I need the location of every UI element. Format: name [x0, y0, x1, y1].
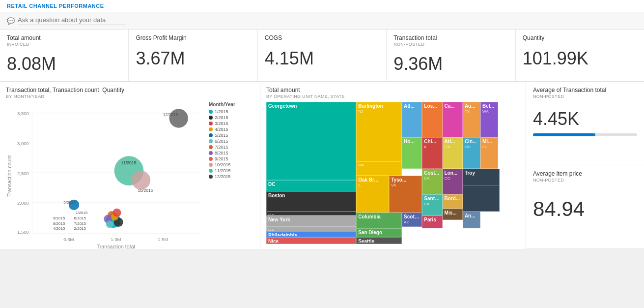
- svg-text:1.5M: 1.5M: [158, 237, 168, 242]
- legend-label-3: 4/2015: [215, 127, 228, 132]
- treemap-cell-9: San Diego: [356, 228, 402, 237]
- kpi-value-0: 8.08M: [7, 54, 121, 74]
- treemap-label-17: Bel...: [482, 103, 496, 109]
- treemap-label-9: San Diego: [358, 230, 400, 235]
- treemap-sublabel-23: IL: [358, 183, 387, 188]
- main-row: Transaction total, Transaction count, Qu…: [0, 82, 644, 249]
- treemap-cell-3: MA: [266, 212, 356, 216]
- legend-label-11: 12/2015: [215, 174, 231, 179]
- kpi-card-2: COGS 4.15M: [258, 30, 387, 81]
- treemap-label-31: An...: [465, 213, 478, 219]
- legend-dot-3: [209, 127, 213, 131]
- avg-transaction-card: Average of Transaction total NON-POSTED …: [526, 82, 644, 165]
- svg-text:7/2015: 7/2015: [74, 221, 86, 226]
- treemap-sublabel-20: GA: [445, 145, 461, 150]
- legend-dot-8: [209, 157, 213, 161]
- kpi-title-3: Transaction total: [393, 34, 508, 41]
- treemap-panel: Total amount BY OPERATING UNIT NAME, STA…: [260, 82, 526, 249]
- legend-item-4: 5/2015: [209, 133, 254, 138]
- page-title: RETAIL CHANNEL PERFORMANCE: [7, 3, 104, 9]
- avg-item-price-value: 84.94: [533, 197, 637, 221]
- kpi-card-1: Gross Profit Margin 3.67M: [129, 30, 257, 81]
- scatter-subtitle: BY MONTH/YEAR: [6, 94, 254, 99]
- treemap-label-16: Au...: [465, 103, 478, 109]
- treemap-cell-24: Tyso...VA: [389, 176, 422, 213]
- svg-text:1/2015: 1/2015: [76, 211, 88, 216]
- svg-point-16: [169, 109, 188, 127]
- legend-dot-10: [209, 169, 213, 173]
- qa-input[interactable]: [18, 16, 126, 25]
- treemap-label-28: Troy: [465, 170, 498, 176]
- treemap-label-8: Columbia: [358, 214, 400, 220]
- treemap-sublabel-17: WA: [482, 109, 496, 114]
- legend-label-7: 8/2015: [215, 151, 228, 155]
- legend-dot-0: [209, 110, 213, 114]
- treemap-label-32: Scotts...: [404, 214, 420, 220]
- treemap-label-0: Georgetown: [268, 103, 354, 109]
- legend-item-9: 10/2015: [209, 162, 254, 167]
- legend-item-3: 4/2015: [209, 127, 254, 132]
- legend-dot-7: [209, 151, 213, 155]
- svg-text:9/2015: 9/2015: [53, 216, 65, 220]
- treemap-cell-22: Mi...FL: [480, 137, 498, 169]
- legend-item-6: 7/2015: [209, 145, 254, 150]
- scatter-svg: 3,500 3,000 2,500 2,000 1,500 0.5M 1.0M …: [6, 102, 205, 249]
- treemap-cell-13: Atl...: [402, 102, 422, 137]
- legend-item-11: 12/2015: [209, 174, 254, 179]
- svg-text:6/2015: 6/2015: [74, 216, 86, 220]
- kpi-value-2: 4.15M: [265, 48, 379, 69]
- avg-transaction-title: Average of Transaction total: [533, 87, 637, 93]
- kpi-subtitle-3: NON-POSTED: [393, 42, 508, 47]
- treemap-cell-26: Lon...CO: [443, 169, 463, 194]
- kpi-value-3: 9.36M: [393, 54, 508, 74]
- legend-item-7: 8/2015: [209, 151, 254, 155]
- treemap-cell-12: MA: [356, 161, 402, 176]
- scatter-chart: 3,500 3,000 2,500 2,000 1,500 0.5M 1.0M …: [6, 102, 205, 249]
- treemap-label-33: Paris: [424, 217, 440, 223]
- treemap-cell-30: Bord...: [443, 194, 463, 209]
- treemap-sublabel-19: IL: [424, 145, 440, 150]
- treemap-sublabel-26: CO: [445, 176, 461, 181]
- svg-text:10/2015: 10/2015: [138, 188, 153, 193]
- kpi-value-4: 101.99K: [523, 48, 637, 69]
- treemap-label-6: Philadelphia: [268, 233, 354, 236]
- svg-text:5/2015: 5/2015: [63, 200, 76, 205]
- svg-text:3,000: 3,000: [17, 141, 29, 146]
- legend-label-0: 1/2015: [215, 109, 228, 114]
- treemap-cell-23: Oak Br...IL: [356, 176, 389, 213]
- legend-item-5: 6/2015: [209, 139, 254, 144]
- treemap-label-29: Santa...: [424, 196, 440, 202]
- legend-dot-4: [209, 133, 213, 137]
- legend-item-8: 9/2015: [209, 156, 254, 161]
- treemap-label-21: Cin...: [465, 139, 478, 145]
- avg-transaction-subtitle: NON-POSTED: [533, 94, 637, 99]
- treemap-label-30: Bord...: [445, 196, 461, 202]
- treemap-cell-2: Boston: [266, 191, 356, 211]
- treemap-cell-32: Scotts...AZ: [402, 213, 422, 227]
- treemap-cell-29: Santa...CA: [422, 194, 442, 216]
- treemap-label-20: Atl...: [445, 139, 461, 145]
- kpi-title-1: Gross Profit Margin: [136, 34, 250, 41]
- svg-text:0.5M: 0.5M: [63, 237, 74, 242]
- svg-point-27: [112, 209, 121, 217]
- treemap-label-26: Lon...: [445, 170, 461, 176]
- treemap-label-23: Oak Br...: [358, 177, 387, 183]
- treemap-sublabel-22: FL: [482, 145, 496, 150]
- legend-dot-9: [209, 163, 213, 167]
- svg-text:Transaction count: Transaction count: [6, 155, 12, 197]
- avg-bar-fill: [533, 133, 595, 136]
- treemap-cell-31: An...: [463, 212, 480, 229]
- treemap-cell-14: Los...: [422, 102, 442, 137]
- treemap-sublabel-12: MA: [358, 163, 400, 168]
- treemap-label-4: New York: [268, 217, 354, 223]
- treemap-cell-18: Ho...: [402, 137, 422, 169]
- kpi-subtitle-0: INVOICED: [7, 42, 121, 47]
- right-panel: Average of Transaction total NON-POSTED …: [526, 82, 644, 249]
- legend-label-1: 2/2015: [215, 115, 228, 120]
- legend-item-0: 1/2015: [209, 109, 254, 114]
- treemap-label-18: Ho...: [404, 139, 420, 145]
- legend-item-1: 2/2015: [209, 115, 254, 120]
- chat-icon: 💬: [7, 17, 15, 25]
- legend-label-6: 7/2015: [215, 145, 228, 150]
- svg-text:1,500: 1,500: [17, 229, 29, 235]
